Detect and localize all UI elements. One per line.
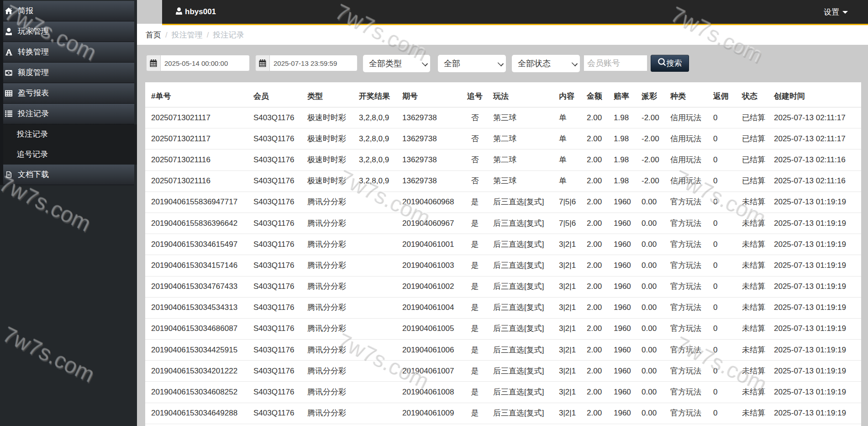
- breadcrumb-page[interactable]: 投注记录: [213, 30, 244, 40]
- date-from-input[interactable]: [160, 55, 250, 71]
- cell-10: 1.98: [610, 107, 638, 128]
- cell-1: 20190406153034686087: [145, 318, 250, 339]
- calendar-icon[interactable]: [255, 55, 269, 71]
- topbar-gap: [137, 0, 162, 24]
- cell-2: S403Q1176: [250, 128, 304, 149]
- cell-1: 20190406153034157146: [145, 255, 250, 276]
- cell-13: 0: [710, 234, 738, 255]
- cell-7: 后三直选[复式]: [489, 192, 555, 213]
- settings-menu[interactable]: 设置: [824, 7, 848, 17]
- table-row: 20190406153034767433S403Q1176腾讯分分彩201904…: [145, 276, 861, 297]
- sidebar-item-3[interactable]: 转换管理: [3, 42, 134, 63]
- cell-15: 2025-07-13 02:11:16: [770, 170, 861, 192]
- cell-4: 3,2,8,0,9: [355, 107, 399, 128]
- cell-3: 极速时时彩: [304, 128, 355, 149]
- cell-4: [355, 276, 399, 297]
- cell-8: 7|5|6: [555, 213, 583, 234]
- sidebar-item-label: 盈亏报表: [18, 83, 49, 103]
- sidebar-menu: 简报玩家管理转换管理额度管理盈亏报表投注记录投注记录追号记录文档下载: [0, 0, 137, 185]
- cell-1: 20250713021116: [145, 170, 250, 192]
- cell-13: 0: [710, 192, 738, 213]
- username: hbys001: [185, 7, 216, 16]
- sidebar-item-7[interactable]: 文档下载: [3, 165, 134, 185]
- cell-7: 后三直选[复式]: [489, 361, 555, 382]
- table-row: 20250713021116S403Q1176极速时时彩3,2,8,0,9136…: [145, 149, 861, 170]
- user-icon: [5, 28, 12, 35]
- cell-4: [355, 318, 399, 339]
- cell-3: 腾讯分分彩: [304, 192, 355, 213]
- cell-13: 0: [710, 149, 738, 170]
- cell-1: 20190406153034608252: [145, 382, 250, 403]
- lottery-select[interactable]: 全部: [438, 55, 506, 72]
- lottery-select-value: 全部: [444, 59, 460, 68]
- cell-6: 是: [460, 361, 489, 382]
- cell-6: 是: [460, 276, 489, 297]
- table-row: 20250713021116S403Q1176极速时时彩3,2,8,0,9136…: [145, 170, 861, 192]
- cell-10: 1960: [610, 361, 638, 382]
- cell-12: 信用玩法: [667, 149, 710, 170]
- cell-8: 3|2|1: [555, 361, 583, 382]
- cell-14: 已结算: [738, 170, 770, 192]
- cell-1: 20190406153034615497: [145, 234, 250, 255]
- cell-15: 2025-07-13 01:19:19: [770, 192, 861, 213]
- cell-7: 后三直选[复式]: [489, 297, 555, 318]
- filter-bar: 全部类型 全部 全部状态 搜索: [146, 55, 868, 71]
- cell-11: -2.00: [638, 170, 667, 192]
- sidebar-item-4[interactable]: 额度管理: [3, 63, 134, 83]
- cell-14: 未结算: [738, 340, 770, 361]
- cell-9: 2.00: [583, 276, 610, 297]
- type-select[interactable]: 全部类型: [363, 55, 430, 72]
- cell-2: S403Q1176: [250, 276, 304, 297]
- cell-7: 后三直选[复式]: [489, 234, 555, 255]
- sidebar-item-5[interactable]: 盈亏报表: [3, 83, 134, 104]
- breadcrumb-section[interactable]: 投注管理: [172, 30, 203, 40]
- cell-2: S403Q1176: [250, 403, 304, 424]
- cell-12: 官方玩法: [667, 403, 710, 424]
- user-icon: [176, 7, 185, 17]
- cell-5: 201904061001: [399, 234, 460, 255]
- cell-5: 201904061007: [399, 361, 460, 382]
- status-select[interactable]: 全部状态: [512, 55, 580, 72]
- sidebar-item-2[interactable]: 玩家管理: [3, 21, 134, 42]
- cell-7: 第三球: [489, 170, 555, 192]
- account-input[interactable]: [584, 55, 647, 71]
- cell-15: 2025-07-13 01:19:19: [770, 403, 861, 424]
- cell-15: 2025-07-13 01:19:19: [770, 318, 861, 339]
- breadcrumb: 首页 / 投注管理 / 投注记录: [137, 25, 868, 45]
- sidebar-item-label: 玩家管理: [18, 21, 49, 42]
- breadcrumb-home[interactable]: 首页: [146, 30, 161, 40]
- cell-13: 0: [710, 318, 738, 339]
- cell-11: -2.00: [638, 107, 667, 128]
- cell-14: 未结算: [738, 361, 770, 382]
- cell-11: -2.00: [638, 128, 667, 149]
- sidebar-item-6[interactable]: 投注记录: [3, 104, 134, 124]
- cell-13: 0: [710, 276, 738, 297]
- cell-14: 已结算: [738, 128, 770, 149]
- cell-4: [355, 234, 399, 255]
- records-table: #单号会员类型开奖结果期号追号玩法内容金额赔率派彩种类返佣状态创建时间 2025…: [145, 82, 861, 424]
- search-button[interactable]: 搜索: [651, 55, 689, 72]
- cell-9: 2.00: [583, 234, 610, 255]
- cell-14: 未结算: [738, 255, 770, 276]
- cell-12: 信用玩法: [667, 170, 710, 192]
- date-to-input[interactable]: [269, 55, 358, 71]
- cell-6: 是: [460, 318, 489, 339]
- cell-7: 后三直选[复式]: [489, 340, 555, 361]
- cell-8: 3|2|1: [555, 382, 583, 403]
- sidebar-subitem-1[interactable]: 投注记录: [3, 124, 137, 144]
- cell-11: 0.00: [638, 382, 667, 403]
- sidebar-item-1[interactable]: 简报: [3, 1, 134, 21]
- column-header-12: 种类: [667, 82, 710, 107]
- cell-10: 1.98: [610, 149, 638, 170]
- cell-11: 0.00: [638, 340, 667, 361]
- cell-3: 极速时时彩: [304, 149, 355, 170]
- cell-9: 2.00: [583, 107, 610, 128]
- calendar-icon[interactable]: [146, 55, 160, 71]
- user-menu[interactable]: hbys001: [176, 7, 216, 17]
- sidebar-subitem-2[interactable]: 追号记录: [3, 144, 137, 165]
- cell-4: [355, 403, 399, 424]
- cell-13: 0: [710, 213, 738, 234]
- sidebar-item-label: 文档下载: [18, 165, 49, 185]
- table-row: 20190406153034201222S403Q1176腾讯分分彩201904…: [145, 361, 861, 382]
- cell-6: 是: [460, 340, 489, 361]
